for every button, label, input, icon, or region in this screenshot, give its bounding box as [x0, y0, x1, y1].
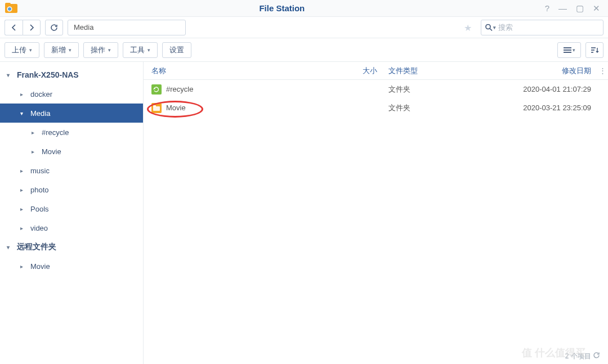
forward-button[interactable]: [23, 20, 41, 35]
action-button[interactable]: 操作▾: [83, 42, 118, 58]
view-mode-button[interactable]: ▾: [557, 42, 581, 58]
refresh-button[interactable]: [45, 20, 63, 35]
minimize-icon[interactable]: —: [558, 3, 567, 14]
settings-button[interactable]: 设置: [162, 42, 191, 58]
chevron-right-icon: ▸: [20, 263, 28, 269]
search-icon: ▾: [485, 24, 496, 31]
chevron-down-icon: ▾: [29, 47, 32, 53]
folder-icon: [151, 103, 162, 113]
tree-item-video[interactable]: ▸ video: [0, 218, 143, 237]
path-input[interactable]: [68, 20, 186, 35]
tree-item-photo[interactable]: ▸ photo: [0, 180, 143, 199]
upload-button[interactable]: 上传▾: [5, 42, 39, 58]
back-button[interactable]: [5, 20, 23, 35]
chevron-right-icon: ▸: [32, 129, 39, 136]
tree-item-music[interactable]: ▸ music: [0, 161, 143, 180]
close-icon[interactable]: ✕: [593, 3, 600, 14]
svg-point-3: [8, 7, 11, 11]
titlebar: File Station ? — ▢ ✕: [0, 0, 608, 17]
file-name: Movie: [166, 104, 186, 112]
svg-rect-13: [153, 105, 156, 107]
chevron-down-icon: ▾: [108, 47, 111, 53]
file-list: 名称 大小 文件类型 修改日期 ⋮ #recycle 文件夹 2020-04-0…: [144, 62, 608, 364]
tree-item-pools[interactable]: ▸ Pools: [0, 199, 143, 218]
sort-button[interactable]: [585, 42, 603, 58]
window-title: File Station: [19, 3, 545, 13]
svg-rect-1: [5, 3, 11, 6]
favorite-icon[interactable]: ★: [464, 22, 472, 33]
chevron-right-icon: ▸: [20, 206, 28, 212]
recycle-icon: [151, 84, 162, 95]
column-menu-icon[interactable]: ⋮: [597, 66, 608, 75]
svg-line-5: [490, 28, 492, 30]
chevron-down-icon: ▾: [69, 47, 71, 53]
chevron-right-icon: ▸: [20, 168, 28, 174]
list-header: 名称 大小 文件类型 修改日期 ⋮: [144, 62, 608, 80]
tree-root-remote[interactable]: ▾ 远程文件夹: [0, 237, 143, 257]
tree-item-recycle[interactable]: ▸ #recycle: [0, 123, 143, 142]
navbar: ★ ▾: [0, 17, 608, 38]
chevron-right-icon: ▸: [20, 187, 28, 193]
help-icon[interactable]: ?: [545, 3, 549, 14]
tree-item-remote-movie[interactable]: ▸ Movie: [0, 257, 143, 276]
list-row[interactable]: Movie 文件夹 2020-03-21 23:25:09: [144, 98, 608, 117]
chevron-down-icon: ▾: [573, 47, 575, 53]
create-button[interactable]: 新增▾: [44, 42, 79, 58]
file-type: 文件夹: [383, 84, 484, 95]
actionbar: 上传▾ 新增▾ 操作▾ 工具▾ 设置 ▾: [0, 38, 608, 62]
maximize-icon[interactable]: ▢: [576, 3, 584, 14]
svg-point-4: [486, 24, 490, 29]
status-bar: 2 个项目: [565, 348, 600, 364]
svg-rect-12: [153, 106, 160, 111]
app-icon: [3, 1, 19, 16]
column-type[interactable]: 文件类型: [383, 66, 484, 76]
sidebar: ▾ Frank-X250-NAS ▸ docker ▾ Media ▸ #rec…: [0, 62, 144, 364]
file-name: #recycle: [166, 85, 193, 93]
column-size[interactable]: 大小: [349, 66, 383, 76]
chevron-right-icon: ▸: [32, 149, 39, 155]
refresh-status-icon[interactable]: [593, 352, 600, 361]
chevron-right-icon: ▸: [20, 91, 28, 97]
chevron-right-icon: ▸: [20, 225, 28, 231]
chevron-down-icon: ▾: [7, 244, 15, 250]
chevron-down-icon: ▾: [20, 110, 28, 116]
column-date[interactable]: 修改日期: [484, 66, 597, 76]
file-date: 2020-04-01 21:07:29: [484, 85, 597, 93]
tree-item-movie[interactable]: ▸ Movie: [0, 142, 143, 161]
list-row[interactable]: #recycle 文件夹 2020-04-01 21:07:29: [144, 80, 608, 98]
chevron-down-icon: ▾: [147, 47, 150, 53]
column-name[interactable]: 名称: [144, 66, 349, 76]
tree-item-docker[interactable]: ▸ docker: [0, 84, 143, 104]
file-type: 文件夹: [383, 103, 484, 113]
search-input[interactable]: [481, 20, 603, 35]
file-date: 2020-03-21 23:25:09: [484, 104, 597, 112]
tree-item-media[interactable]: ▾ Media: [0, 104, 143, 123]
tree-root[interactable]: ▾ Frank-X250-NAS: [0, 65, 143, 84]
tool-button[interactable]: 工具▾: [123, 42, 158, 58]
chevron-down-icon: ▾: [7, 72, 15, 78]
